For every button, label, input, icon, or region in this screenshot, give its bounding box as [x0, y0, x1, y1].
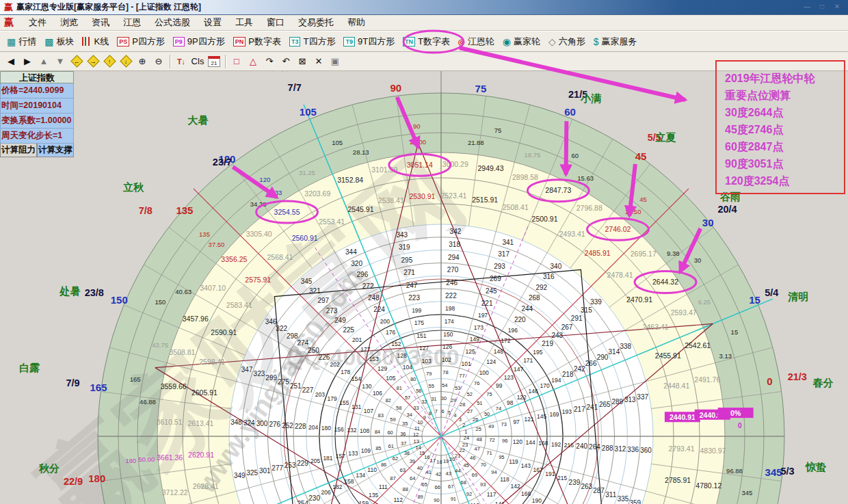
menu-item-帮助[interactable]: 帮助	[341, 15, 372, 30]
svg-text:194: 194	[551, 377, 561, 384]
calendar-icon[interactable]: 21	[206, 54, 222, 69]
svg-text:152: 152	[391, 341, 401, 347]
svg-text:177: 177	[360, 346, 370, 353]
zoom-in-icon[interactable]: ⊕	[134, 54, 150, 69]
menu-item-设置[interactable]: 设置	[197, 15, 228, 30]
svg-text:2746.02: 2746.02	[605, 225, 631, 233]
svg-text:229: 229	[297, 460, 308, 467]
svg-text:311: 311	[605, 491, 616, 499]
svg-text:128: 128	[397, 352, 406, 359]
svg-text:0%: 0%	[730, 409, 741, 417]
toolbar-button-六角形[interactable]: ◇六角形	[544, 34, 589, 49]
toolbar-button-P数字表[interactable]: PNP数字表	[229, 34, 285, 49]
svg-text:2847.73: 2847.73	[545, 186, 571, 194]
svg-text:43: 43	[445, 470, 451, 477]
svg-text:1: 1	[464, 429, 467, 435]
square-tool-icon[interactable]: □	[228, 54, 245, 69]
svg-text:18: 18	[436, 459, 442, 465]
next-icon[interactable]: ▶	[19, 54, 36, 69]
svg-text:335: 335	[618, 495, 629, 503]
cls-button[interactable]: Cls	[189, 54, 206, 69]
svg-text:157: 157	[336, 453, 345, 460]
maximize-button[interactable]: □	[817, 2, 827, 12]
svg-text:155: 155	[339, 399, 349, 406]
toolbar-button-P四方形[interactable]: PSP四方形	[113, 34, 169, 49]
svg-text:2553.41: 2553.41	[319, 217, 345, 226]
svg-text:218: 218	[562, 371, 574, 378]
svg-text:93: 93	[480, 481, 486, 488]
rotate-cw-icon[interactable]: ↷	[261, 54, 278, 69]
toolbar-button-9P四方形[interactable]: P99P四方形	[169, 34, 229, 49]
svg-text:55: 55	[429, 383, 434, 389]
rotate-ccw-icon[interactable]: ↶	[278, 54, 294, 69]
svg-text:298: 298	[287, 332, 298, 340]
svg-text:274: 274	[297, 339, 309, 347]
menu-item-窗口[interactable]: 窗口	[260, 15, 291, 30]
menu-item-交易委托[interactable]: 交易委托	[291, 15, 341, 30]
svg-text:32: 32	[421, 399, 427, 405]
menu-item-公式选股[interactable]: 公式选股	[148, 15, 197, 30]
svg-text:319: 319	[399, 243, 410, 251]
menu-item-浏览[interactable]: 浏览	[53, 15, 85, 30]
svg-text:101: 101	[461, 360, 471, 367]
delete-box-icon[interactable]: ⊠	[294, 54, 310, 69]
svg-text:2560.91: 2560.91	[292, 234, 318, 242]
svg-text:318: 318	[449, 241, 460, 248]
svg-text:57: 57	[405, 395, 410, 401]
t-down-icon[interactable]: T↓	[173, 54, 189, 69]
pan-up-icon[interactable]: ↑	[101, 54, 118, 69]
calc-resistance-button[interactable]: 计算阻力	[0, 144, 37, 157]
toolbar-button-T数字表[interactable]: TNT数字表	[399, 34, 454, 49]
anno-30deg: 30度2644点	[717, 104, 844, 121]
svg-text:42: 42	[436, 471, 441, 477]
svg-text:341: 341	[502, 239, 514, 246]
svg-text:314: 314	[609, 348, 620, 356]
minimize-button[interactable]: —	[801, 2, 812, 12]
svg-text:立秋: 立秋	[122, 181, 144, 193]
svg-text:54: 54	[442, 382, 447, 388]
calc-support-button[interactable]: 计算支撑	[37, 144, 74, 157]
pan-right-icon[interactable]: →	[85, 54, 101, 69]
svg-text:290: 290	[597, 354, 609, 361]
menu-item-江恩[interactable]: 江恩	[116, 15, 148, 30]
pan-down-icon[interactable]: ↓	[118, 54, 134, 69]
svg-text:226: 226	[319, 354, 330, 361]
menu-item-资讯[interactable]: 资讯	[85, 15, 116, 30]
svg-text:30: 30	[441, 395, 447, 401]
svg-text:247: 247	[406, 282, 418, 289]
svg-text:52: 52	[467, 391, 473, 397]
triangle-tool-icon[interactable]: △	[245, 54, 261, 69]
toolbar-button-赢家服务[interactable]: $赢家服务	[589, 34, 641, 49]
menu-item-工具[interactable]: 工具	[228, 15, 260, 30]
svg-text:3610.51: 3610.51	[157, 418, 183, 426]
svg-text:73: 73	[501, 421, 507, 427]
toolbar-button-T四方形[interactable]: T3T四方形	[285, 34, 339, 49]
svg-text:216: 216	[564, 442, 574, 449]
svg-text:336: 336	[627, 446, 639, 453]
toolbar-button-江恩轮[interactable]: ◎江恩轮	[454, 34, 499, 49]
toolbar-button-9T四方形[interactable]: T99T四方形	[339, 34, 399, 49]
select-box-icon[interactable]: ▣	[327, 54, 343, 69]
toolbar-button-板块[interactable]: ▩板块	[40, 34, 78, 49]
svg-text:252: 252	[282, 422, 293, 429]
svg-text:75: 75	[494, 127, 502, 134]
svg-text:83: 83	[378, 412, 384, 419]
toolbar-button-赢家轮[interactable]: ◉赢家轮	[499, 34, 544, 49]
zoom-out-icon[interactable]: ⊖	[150, 54, 167, 69]
svg-text:119: 119	[509, 458, 518, 465]
pan-left-icon[interactable]: ←	[68, 54, 85, 69]
menu-item-文件[interactable]: 文件	[22, 15, 53, 30]
svg-text:2440.91: 2440.91	[670, 413, 695, 421]
toolbar-button-行情[interactable]: ▦行情	[3, 34, 40, 49]
svg-text:193: 193	[562, 408, 572, 415]
down-step-icon[interactable]: ▼	[52, 54, 68, 69]
up-step-icon[interactable]: ▲	[36, 54, 52, 69]
prev-icon[interactable]: ◀	[3, 54, 19, 69]
close-button[interactable]: ✕	[832, 2, 843, 12]
toolbar-button-K线[interactable]: K线	[78, 34, 113, 49]
svg-text:299: 299	[265, 374, 277, 382]
cross-tool-icon[interactable]: ✕	[310, 54, 327, 69]
svg-text:3661.36: 3661.36	[157, 453, 183, 462]
candles-icon	[82, 37, 91, 46]
svg-text:176: 176	[386, 329, 395, 336]
